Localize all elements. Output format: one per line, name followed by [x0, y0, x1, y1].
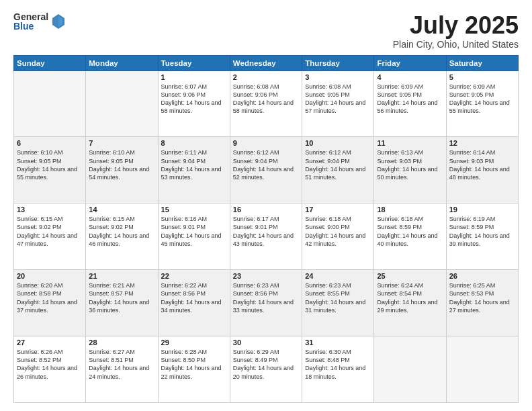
- calendar-cell: 16Sunrise: 6:17 AM Sunset: 9:01 PM Dayli…: [230, 203, 302, 270]
- page: General Blue July 2025 Plain City, Ohio,…: [0, 0, 532, 411]
- logo-text: General Blue: [13, 12, 48, 31]
- day-info: Sunrise: 6:09 AM Sunset: 9:05 PM Dayligh…: [449, 83, 515, 116]
- day-info: Sunrise: 6:23 AM Sunset: 8:56 PM Dayligh…: [233, 281, 299, 314]
- day-info: Sunrise: 6:27 AM Sunset: 8:51 PM Dayligh…: [89, 348, 154, 381]
- day-number: 24: [305, 272, 371, 280]
- calendar-cell: 13Sunrise: 6:15 AM Sunset: 9:02 PM Dayli…: [14, 203, 86, 270]
- calendar-cell: 26Sunrise: 6:25 AM Sunset: 8:53 PM Dayli…: [446, 270, 518, 336]
- day-info: Sunrise: 6:17 AM Sunset: 9:01 PM Dayligh…: [233, 215, 299, 248]
- calendar-cell: 18Sunrise: 6:18 AM Sunset: 8:59 PM Dayli…: [374, 203, 446, 270]
- weekday-header-saturday: Saturday: [446, 55, 518, 71]
- calendar-cell: [446, 336, 518, 403]
- day-info: Sunrise: 6:18 AM Sunset: 9:00 PM Dayligh…: [305, 215, 371, 248]
- day-number: 22: [161, 272, 227, 280]
- day-info: Sunrise: 6:19 AM Sunset: 8:59 PM Dayligh…: [449, 215, 515, 248]
- calendar-cell: [14, 71, 86, 137]
- day-info: Sunrise: 6:13 AM Sunset: 9:03 PM Dayligh…: [377, 148, 443, 181]
- day-number: 21: [89, 272, 154, 280]
- calendar-week-row: 27Sunrise: 6:26 AM Sunset: 8:52 PM Dayli…: [14, 336, 519, 403]
- day-info: Sunrise: 6:09 AM Sunset: 9:05 PM Dayligh…: [377, 83, 443, 116]
- day-number: 23: [233, 272, 299, 280]
- day-number: 28: [89, 338, 154, 347]
- month-title: July 2025: [393, 12, 519, 39]
- day-info: Sunrise: 6:26 AM Sunset: 8:52 PM Dayligh…: [17, 348, 83, 381]
- day-number: 30: [233, 338, 299, 347]
- calendar-cell: 19Sunrise: 6:19 AM Sunset: 8:59 PM Dayli…: [446, 203, 518, 270]
- logo-general: General: [13, 12, 48, 21]
- day-info: Sunrise: 6:12 AM Sunset: 9:04 PM Dayligh…: [233, 148, 299, 181]
- calendar-cell: 30Sunrise: 6:29 AM Sunset: 8:49 PM Dayli…: [230, 336, 302, 403]
- day-number: 3: [305, 73, 371, 81]
- calendar-week-row: 1Sunrise: 6:07 AM Sunset: 9:06 PM Daylig…: [14, 71, 519, 137]
- calendar-cell: 4Sunrise: 6:09 AM Sunset: 9:05 PM Daylig…: [374, 71, 446, 137]
- day-number: 26: [449, 272, 515, 280]
- calendar-cell: [86, 71, 158, 137]
- calendar-cell: 28Sunrise: 6:27 AM Sunset: 8:51 PM Dayli…: [86, 336, 158, 403]
- day-number: 18: [377, 205, 443, 214]
- calendar-cell: 6Sunrise: 6:10 AM Sunset: 9:05 PM Daylig…: [14, 137, 86, 203]
- weekday-header-wednesday: Wednesday: [230, 55, 302, 71]
- day-number: 12: [449, 139, 515, 147]
- weekday-header-monday: Monday: [86, 55, 158, 71]
- calendar-cell: 25Sunrise: 6:24 AM Sunset: 8:54 PM Dayli…: [374, 270, 446, 336]
- weekday-header-tuesday: Tuesday: [158, 55, 230, 71]
- day-number: 31: [305, 338, 371, 347]
- logo: General Blue: [13, 12, 64, 31]
- calendar-cell: 23Sunrise: 6:23 AM Sunset: 8:56 PM Dayli…: [230, 270, 302, 336]
- day-number: 2: [233, 73, 299, 81]
- calendar-cell: 31Sunrise: 6:30 AM Sunset: 8:48 PM Dayli…: [302, 336, 374, 403]
- calendar-cell: 24Sunrise: 6:23 AM Sunset: 8:55 PM Dayli…: [302, 270, 374, 336]
- logo-blue: Blue: [13, 21, 48, 31]
- day-number: 4: [377, 73, 443, 81]
- day-info: Sunrise: 6:23 AM Sunset: 8:55 PM Dayligh…: [305, 281, 371, 314]
- day-number: 13: [17, 205, 83, 214]
- calendar-cell: 22Sunrise: 6:22 AM Sunset: 8:56 PM Dayli…: [158, 270, 230, 336]
- calendar-cell: 27Sunrise: 6:26 AM Sunset: 8:52 PM Dayli…: [14, 336, 86, 403]
- day-number: 15: [161, 205, 227, 214]
- day-number: 1: [161, 73, 227, 81]
- day-number: 27: [17, 338, 83, 347]
- day-info: Sunrise: 6:28 AM Sunset: 8:50 PM Dayligh…: [161, 348, 227, 381]
- day-info: Sunrise: 6:08 AM Sunset: 9:06 PM Dayligh…: [233, 83, 299, 116]
- day-info: Sunrise: 6:21 AM Sunset: 8:57 PM Dayligh…: [89, 281, 154, 314]
- day-number: 14: [89, 205, 154, 214]
- day-number: 9: [233, 139, 299, 147]
- calendar-cell: 2Sunrise: 6:08 AM Sunset: 9:06 PM Daylig…: [230, 71, 302, 137]
- calendar-cell: 7Sunrise: 6:10 AM Sunset: 9:05 PM Daylig…: [86, 137, 158, 203]
- day-info: Sunrise: 6:15 AM Sunset: 9:02 PM Dayligh…: [89, 215, 154, 248]
- day-info: Sunrise: 6:07 AM Sunset: 9:06 PM Dayligh…: [161, 83, 227, 116]
- day-info: Sunrise: 6:08 AM Sunset: 9:05 PM Dayligh…: [305, 83, 371, 116]
- day-info: Sunrise: 6:12 AM Sunset: 9:04 PM Dayligh…: [305, 148, 371, 181]
- day-info: Sunrise: 6:15 AM Sunset: 9:02 PM Dayligh…: [17, 215, 83, 248]
- day-number: 20: [17, 272, 83, 280]
- calendar-cell: 10Sunrise: 6:12 AM Sunset: 9:04 PM Dayli…: [302, 137, 374, 203]
- calendar-week-row: 6Sunrise: 6:10 AM Sunset: 9:05 PM Daylig…: [14, 137, 519, 203]
- day-number: 5: [449, 73, 515, 81]
- day-info: Sunrise: 6:14 AM Sunset: 9:03 PM Dayligh…: [449, 148, 515, 181]
- day-number: 6: [17, 139, 83, 147]
- calendar-cell: 20Sunrise: 6:20 AM Sunset: 8:58 PM Dayli…: [14, 270, 86, 336]
- location: Plain City, Ohio, United States: [393, 39, 519, 50]
- calendar-week-row: 13Sunrise: 6:15 AM Sunset: 9:02 PM Dayli…: [14, 203, 519, 270]
- day-number: 29: [161, 338, 227, 347]
- day-info: Sunrise: 6:11 AM Sunset: 9:04 PM Dayligh…: [161, 148, 227, 181]
- day-number: 17: [305, 205, 371, 214]
- day-number: 10: [305, 139, 371, 147]
- day-number: 19: [449, 205, 515, 214]
- day-number: 25: [377, 272, 443, 280]
- calendar-cell: 29Sunrise: 6:28 AM Sunset: 8:50 PM Dayli…: [158, 336, 230, 403]
- calendar-cell: 11Sunrise: 6:13 AM Sunset: 9:03 PM Dayli…: [374, 137, 446, 203]
- day-info: Sunrise: 6:16 AM Sunset: 9:01 PM Dayligh…: [161, 215, 227, 248]
- weekday-header-thursday: Thursday: [302, 55, 374, 71]
- calendar-cell: 21Sunrise: 6:21 AM Sunset: 8:57 PM Dayli…: [86, 270, 158, 336]
- calendar-cell: 1Sunrise: 6:07 AM Sunset: 9:06 PM Daylig…: [158, 71, 230, 137]
- weekday-header-friday: Friday: [374, 55, 446, 71]
- day-info: Sunrise: 6:22 AM Sunset: 8:56 PM Dayligh…: [161, 281, 227, 314]
- day-info: Sunrise: 6:18 AM Sunset: 8:59 PM Dayligh…: [377, 215, 443, 248]
- day-number: 7: [89, 139, 154, 147]
- title-block: July 2025 Plain City, Ohio, United State…: [393, 12, 519, 50]
- calendar-cell: 5Sunrise: 6:09 AM Sunset: 9:05 PM Daylig…: [446, 71, 518, 137]
- day-info: Sunrise: 6:30 AM Sunset: 8:48 PM Dayligh…: [305, 348, 371, 381]
- day-info: Sunrise: 6:29 AM Sunset: 8:49 PM Dayligh…: [233, 348, 299, 381]
- day-info: Sunrise: 6:20 AM Sunset: 8:58 PM Dayligh…: [17, 281, 83, 314]
